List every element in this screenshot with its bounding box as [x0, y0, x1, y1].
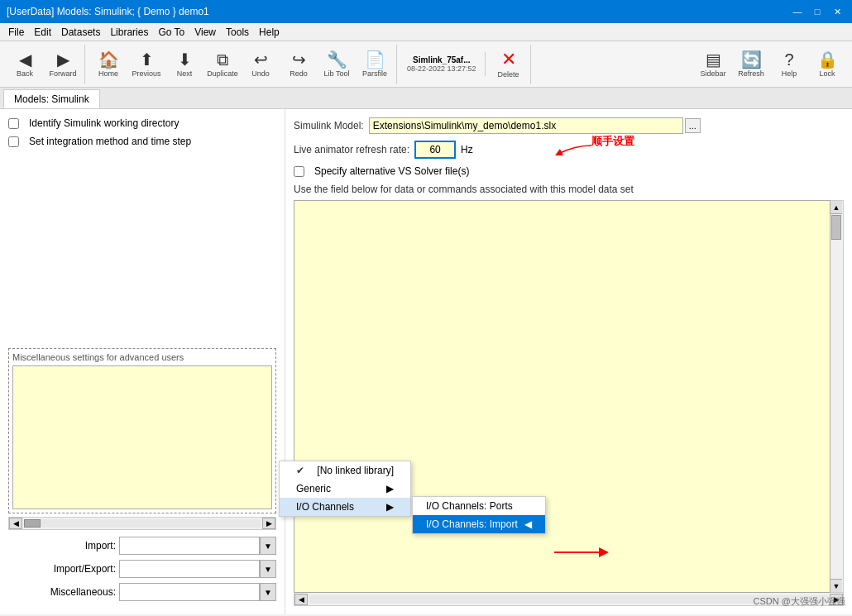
v-scroll-up-btn[interactable]: ▲: [830, 201, 842, 214]
scroll-thumb[interactable]: [24, 519, 41, 528]
ctx-io-channels[interactable]: I/O Channels ▶: [280, 498, 410, 516]
integration-method-checkbox[interactable]: [8, 136, 19, 147]
refresh-rate-label: Live animator refresh rate:: [294, 144, 409, 155]
scroll-left-btn[interactable]: ◀: [9, 518, 22, 529]
bottom-dropdowns: Import: ▼ Import/Export: ▼ Miscellaneous…: [8, 537, 276, 606]
generic-arrow: ▶: [386, 483, 394, 494]
importexport-select[interactable]: [119, 560, 260, 578]
main-content: Identify Simulink working directory Set …: [0, 109, 852, 614]
nav-group-2: 🏠 Home ⬆ Previous ⬇ Next ⧉ Duplicate ↩ U…: [87, 45, 397, 84]
simulink-model-label: Simulink Model:: [294, 120, 364, 131]
v-scroll-track: [830, 214, 843, 579]
forward-icon: ▶: [57, 51, 69, 68]
v-scroll-thumb[interactable]: [831, 215, 841, 240]
importexport-arrow[interactable]: ▼: [260, 560, 276, 578]
duplicate-button[interactable]: ⧉ Duplicate: [204, 45, 241, 84]
minimize-button[interactable]: —: [789, 4, 806, 19]
left-panel: Identify Simulink working directory Set …: [0, 109, 285, 614]
context-menu: ✔ [No linked library] Generic ▶ I/O Chan…: [279, 461, 411, 517]
close-button[interactable]: ✕: [829, 4, 845, 19]
file-date: 08-22-2022 13:27:52: [407, 64, 476, 73]
redo-icon: ↪: [292, 51, 306, 68]
checkbox-row-1: Identify Simulink working directory: [8, 117, 276, 129]
help-icon: ?: [784, 51, 793, 68]
delete-group: ✕ Delete: [487, 45, 531, 84]
submenu-io-ports[interactable]: I/O Channels: Ports: [413, 497, 545, 515]
maximize-button[interactable]: □: [809, 4, 826, 19]
previous-button[interactable]: ⬆ Previous: [128, 45, 165, 84]
lock-button[interactable]: 🔒 Lock: [809, 45, 845, 84]
sidebar-button[interactable]: ▤ Sidebar: [695, 45, 731, 84]
miscellaneous-row: Miscellaneous: ▼: [8, 583, 276, 601]
nav-group: ◀ Back ▶ Forward: [3, 45, 85, 84]
identify-workdir-checkbox[interactable]: [8, 118, 19, 129]
home-button[interactable]: 🏠 Home: [90, 45, 127, 84]
menu-help[interactable]: Help: [254, 25, 285, 40]
importexport-row: Import/Export: ▼: [8, 560, 276, 578]
refresh-rate-input[interactable]: [414, 141, 456, 159]
watermark: CSDN @大强强小强强: [754, 595, 845, 608]
miscellaneous-arrow[interactable]: ▼: [260, 583, 276, 601]
menu-goto[interactable]: Go To: [153, 25, 189, 40]
next-icon: ⬇: [178, 51, 192, 68]
submenu-io-import[interactable]: I/O Channels: Import ◀: [413, 515, 545, 533]
tab-models-simulink[interactable]: Models: Simulink: [3, 89, 100, 108]
main-textarea-container: ▲ ▼: [294, 200, 844, 593]
forward-button[interactable]: ▶ Forward: [45, 45, 81, 84]
misc-textarea[interactable]: [12, 365, 272, 509]
vs-solver-checkbox[interactable]: [294, 166, 304, 177]
menu-datasets[interactable]: Datasets: [56, 25, 105, 40]
bottom-scroll-left-btn[interactable]: ◀: [294, 594, 308, 605]
refresh-button[interactable]: 🔄 Refresh: [733, 45, 769, 84]
miscellaneous-select[interactable]: [119, 583, 260, 601]
v-scroll-down-btn[interactable]: ▼: [830, 579, 842, 592]
help-button[interactable]: ? Help: [771, 45, 807, 84]
right-toolbar-group: ▤ Sidebar 🔄 Refresh ? Help 🔒 Lock: [692, 45, 849, 84]
io-channels-arrow: ▶: [386, 501, 394, 513]
import-select[interactable]: [119, 537, 260, 555]
submenu-red-arrow: [546, 544, 612, 561]
menu-tools[interactable]: Tools: [221, 25, 254, 40]
scroll-right-btn[interactable]: ▶: [262, 518, 275, 529]
io-channels-submenu: I/O Channels: Ports I/O Channels: Import…: [412, 496, 546, 534]
parsfile-button[interactable]: 📄 Parsfile: [357, 45, 393, 84]
duplicate-icon: ⧉: [217, 51, 228, 68]
lock-icon: 🔒: [817, 51, 838, 68]
info-text: Use the field below for data or commands…: [294, 184, 844, 195]
ctx-no-linked-library[interactable]: ✔ [No linked library]: [280, 461, 410, 480]
miscellaneous-label: Miscellaneous:: [8, 586, 116, 598]
import-arrow[interactable]: ▼: [260, 537, 276, 555]
import-row: Import: ▼: [8, 537, 276, 555]
simulink-model-input[interactable]: [369, 117, 683, 134]
menu-edit[interactable]: Edit: [29, 25, 56, 40]
redo-button[interactable]: ↪ Redo: [280, 45, 317, 84]
ctx-generic[interactable]: Generic ▶: [280, 480, 410, 498]
back-icon: ◀: [19, 51, 31, 68]
menu-libraries[interactable]: Libraries: [105, 25, 153, 40]
checkbox-row-3: Specify alternative VS Solver file(s): [294, 165, 844, 177]
file-name: Simlink_75af...: [413, 55, 470, 64]
integration-method-label: Set integration method and time step: [29, 136, 191, 147]
misc-box-title: Miscellaneous settings for advanced user…: [12, 352, 272, 362]
v-scroll: ▲ ▼: [830, 200, 844, 593]
checkbox-row-2: Set integration method and time step: [8, 136, 276, 147]
back-button[interactable]: ◀ Back: [7, 45, 43, 84]
next-button[interactable]: ⬇ Next: [166, 45, 203, 84]
vs-solver-label: Specify alternative VS Solver file(s): [314, 165, 469, 177]
menu-view[interactable]: View: [189, 25, 221, 40]
previous-icon: ⬆: [140, 51, 154, 68]
title-bar-text: [UserData] Models: Simulink; { Demo } de…: [7, 6, 209, 17]
highlight-arrow: ◀: [524, 518, 532, 530]
annotation-text: 顺手设置: [591, 134, 634, 149]
browse-button[interactable]: ...: [685, 118, 701, 133]
home-icon: 🏠: [98, 51, 119, 68]
checkmark-icon: ✔: [296, 465, 304, 476]
parsfile-icon: 📄: [365, 51, 385, 68]
import-label: Import:: [8, 540, 116, 552]
delete-button[interactable]: ✕ Delete: [491, 45, 527, 84]
refresh-icon: 🔄: [741, 51, 762, 68]
libtool-button[interactable]: 🔧 Lib Tool: [318, 45, 355, 84]
menu-file[interactable]: File: [3, 25, 29, 40]
main-textarea[interactable]: [294, 200, 830, 593]
undo-button[interactable]: ↩ Undo: [242, 45, 279, 84]
